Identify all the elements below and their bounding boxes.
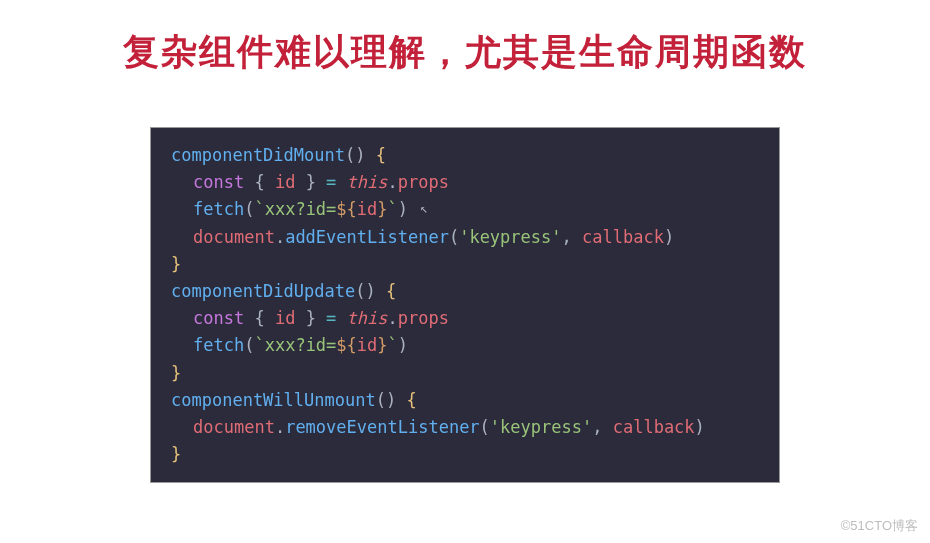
brace: } bbox=[171, 363, 181, 383]
keyword: const bbox=[193, 308, 244, 328]
dot: . bbox=[275, 417, 285, 437]
string: 'keypress' bbox=[490, 417, 592, 437]
parens: () bbox=[345, 145, 376, 165]
comma: , bbox=[592, 417, 612, 437]
method-name: componentWillUnmount bbox=[171, 390, 376, 410]
operator: = bbox=[326, 172, 346, 192]
string: 'keypress' bbox=[459, 227, 561, 247]
brace: } bbox=[171, 254, 181, 274]
code-line: const { id } = this.props bbox=[171, 169, 759, 196]
method: addEventListener bbox=[285, 227, 449, 247]
dot: . bbox=[275, 227, 285, 247]
variable: callback bbox=[582, 227, 664, 247]
code-line: } bbox=[171, 251, 759, 278]
text: { bbox=[244, 308, 275, 328]
brace: { bbox=[406, 390, 416, 410]
backtick: ` bbox=[254, 335, 264, 355]
this-kw: this bbox=[347, 308, 388, 328]
paren: ) bbox=[398, 199, 408, 219]
interp: ${ bbox=[336, 335, 356, 355]
property: props bbox=[398, 172, 449, 192]
brace: { bbox=[376, 145, 386, 165]
backtick: ` bbox=[254, 199, 264, 219]
code-line: fetch(`xxx?id=${id}`) bbox=[171, 332, 759, 359]
parens: () bbox=[376, 390, 407, 410]
object: document bbox=[193, 227, 275, 247]
variable: callback bbox=[613, 417, 695, 437]
paren: ( bbox=[244, 335, 254, 355]
this-kw: this bbox=[347, 172, 388, 192]
code-line: const { id } = this.props bbox=[171, 305, 759, 332]
brace: } bbox=[171, 444, 181, 464]
code-line: } bbox=[171, 441, 759, 468]
code-line: document.addEventListener('keypress', ca… bbox=[171, 224, 759, 251]
paren: ) bbox=[398, 335, 408, 355]
dot: . bbox=[388, 172, 398, 192]
brace: { bbox=[386, 281, 396, 301]
paren: ( bbox=[244, 199, 254, 219]
variable: id bbox=[275, 308, 295, 328]
operator: = bbox=[326, 308, 346, 328]
text: { bbox=[244, 172, 275, 192]
backtick: ` bbox=[388, 335, 398, 355]
method-name: componentDidMount bbox=[171, 145, 345, 165]
comma: , bbox=[562, 227, 582, 247]
text: } bbox=[295, 308, 326, 328]
code-line: fetch(`xxx?id=${id}`)↖ bbox=[171, 196, 759, 223]
property: props bbox=[398, 308, 449, 328]
code-snippet: componentDidMount() { const { id } = thi… bbox=[150, 127, 780, 483]
variable: id bbox=[357, 335, 377, 355]
code-line: componentDidUpdate() { bbox=[171, 278, 759, 305]
string: xxx?id= bbox=[265, 335, 337, 355]
method-name: componentDidUpdate bbox=[171, 281, 355, 301]
paren: ( bbox=[480, 417, 490, 437]
paren: ) bbox=[695, 417, 705, 437]
code-line: document.removeEventListener('keypress',… bbox=[171, 414, 759, 441]
text: } bbox=[295, 172, 326, 192]
parens: () bbox=[355, 281, 386, 301]
variable: id bbox=[275, 172, 295, 192]
variable: id bbox=[357, 199, 377, 219]
interp: } bbox=[377, 199, 387, 219]
cursor-icon: ↖ bbox=[420, 201, 428, 216]
fn-call: fetch bbox=[193, 335, 244, 355]
paren: ) bbox=[664, 227, 674, 247]
string: xxx?id= bbox=[265, 199, 337, 219]
backtick: ` bbox=[388, 199, 398, 219]
keyword: const bbox=[193, 172, 244, 192]
interp: } bbox=[377, 335, 387, 355]
method: removeEventListener bbox=[285, 417, 479, 437]
paren: ( bbox=[449, 227, 459, 247]
code-line: componentDidMount() { bbox=[171, 142, 759, 169]
code-line: } bbox=[171, 360, 759, 387]
dot: . bbox=[388, 308, 398, 328]
slide-title: 复杂组件难以理解，尤其是生命周期函数 bbox=[0, 28, 930, 77]
fn-call: fetch bbox=[193, 199, 244, 219]
code-line: componentWillUnmount() { bbox=[171, 387, 759, 414]
object: document bbox=[193, 417, 275, 437]
interp: ${ bbox=[336, 199, 356, 219]
watermark: ©51CTO博客 bbox=[841, 517, 918, 535]
